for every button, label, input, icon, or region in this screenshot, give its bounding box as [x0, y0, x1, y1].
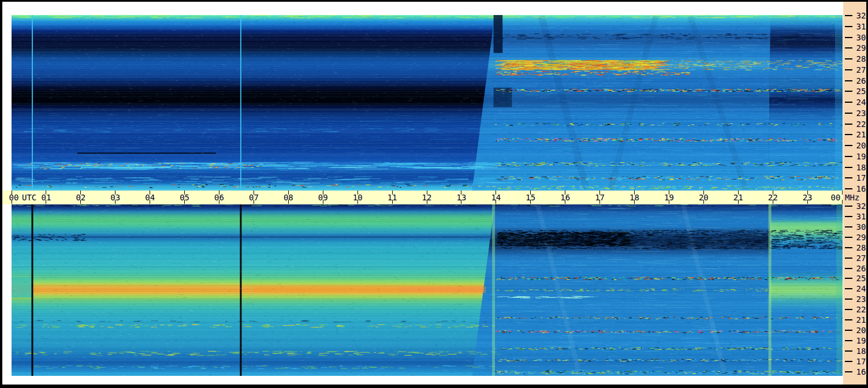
freq-label: 26 [853, 76, 868, 85]
freq-tick [845, 58, 852, 59]
freq-tick [845, 113, 852, 114]
freq-label: 23 [853, 109, 868, 118]
freq-label: 28 [853, 243, 868, 252]
hour-label: 15 [520, 192, 541, 203]
spectrogram-stokes-minus-v [12, 15, 843, 191]
freq-tick [845, 80, 852, 81]
freq-label: 17 [853, 173, 868, 182]
freq-tick [845, 237, 852, 238]
freq-label: 16 [853, 184, 868, 193]
freq-tick [845, 216, 852, 217]
freq-label: 29 [853, 233, 868, 242]
freq-label: 29 [853, 43, 868, 53]
hour-label: 08 [278, 192, 299, 203]
freq-tick [845, 319, 852, 320]
hour-label: 11 [382, 192, 403, 203]
hour-label: 01 [36, 192, 57, 203]
freq-tick [845, 177, 852, 178]
freq-label: 26 [853, 264, 868, 273]
hour-label: 05 [174, 192, 195, 203]
hour-label: 12 [416, 192, 437, 203]
freq-tick [845, 91, 852, 92]
hour-label: 22 [762, 192, 783, 203]
freq-label: 31 [853, 212, 868, 221]
freq-tick [845, 247, 852, 248]
freq-label: 20 [853, 141, 868, 150]
dps-spectrogram-window: AJ4CO Observatory 01 Jan 2025 - DPS on T… [0, 0, 868, 388]
freq-tick [845, 102, 852, 103]
freq-tick [845, 226, 852, 227]
freq-tick [845, 361, 852, 362]
freq-tick [845, 15, 852, 16]
freq-tick [845, 288, 852, 289]
title-bar: AJ4CO Observatory 01 Jan 2025 - DPS on T… [5, 2, 535, 14]
freq-tick [845, 156, 852, 157]
hour-label: 20 [693, 192, 714, 203]
freq-label: 30 [853, 222, 868, 232]
freq-tick [845, 69, 852, 70]
freq-label: 32 [853, 11, 868, 20]
freq-label: 31 [853, 22, 868, 31]
freq-tick [845, 47, 852, 48]
freq-tick [845, 309, 852, 310]
hour-label: 00 [825, 192, 846, 203]
hour-label: 06 [209, 192, 230, 203]
freq-label: 25 [853, 87, 868, 96]
freq-label: 21 [853, 315, 868, 324]
hour-label: 18 [624, 192, 645, 203]
spectrogram-stokes-plus-v [12, 204, 843, 376]
freq-tick [845, 350, 852, 352]
freq-tick [845, 371, 852, 372]
hour-label: 04 [140, 192, 161, 203]
freq-label: 28 [853, 54, 868, 64]
freq-tick [845, 124, 852, 125]
freq-tick [845, 206, 852, 207]
freq-label: 24 [853, 284, 868, 293]
hour-label: 13 [451, 192, 472, 203]
freq-label: 16 [853, 367, 868, 376]
hour-label: 02 [70, 192, 91, 203]
hour-label: 17 [590, 192, 610, 203]
freq-tick [845, 145, 852, 146]
freq-label: 22 [853, 120, 868, 129]
hour-label: 09 [312, 192, 333, 203]
hour-label: 07 [243, 192, 264, 203]
hour-label: 16 [555, 192, 576, 203]
hour-label: 14 [486, 192, 506, 203]
freq-label: 24 [853, 98, 868, 107]
freq-tick [845, 258, 852, 259]
freq-label: 19 [853, 336, 868, 345]
freq-tick [845, 278, 852, 279]
freq-label: 19 [853, 152, 868, 161]
hour-label: 19 [658, 192, 679, 203]
freq-tick [845, 167, 852, 168]
freq-label: 21 [853, 130, 868, 139]
freq-label: 30 [853, 33, 868, 42]
freq-label: 18 [853, 163, 868, 172]
freq-tick [845, 134, 852, 135]
freq-tick [845, 330, 852, 331]
hour-label: 00 [3, 192, 24, 203]
hour-label: 03 [105, 192, 126, 203]
freq-label: 17 [853, 357, 868, 366]
freq-label: 27 [853, 65, 868, 74]
freq-label: 25 [853, 274, 868, 283]
freq-tick [845, 268, 852, 269]
freq-tick [845, 299, 852, 300]
hour-label: 10 [347, 192, 368, 203]
freq-tick [845, 340, 852, 341]
freq-label: 23 [853, 294, 868, 304]
freq-tick [845, 188, 852, 189]
freq-label: 22 [853, 305, 868, 314]
hour-label: 23 [797, 192, 818, 203]
freq-label: 20 [853, 326, 868, 335]
freq-tick [845, 37, 852, 38]
freq-label: 32 [853, 202, 868, 211]
freq-label: 27 [853, 253, 868, 263]
freq-label: 18 [853, 346, 868, 356]
hour-label: 21 [728, 192, 748, 203]
freq-tick [845, 26, 852, 27]
